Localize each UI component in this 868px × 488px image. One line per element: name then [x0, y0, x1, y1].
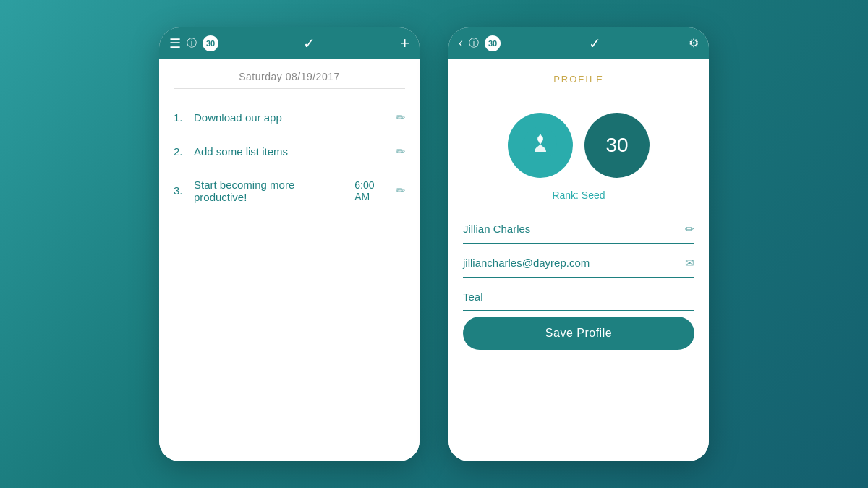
score-circle: 30: [584, 113, 650, 178]
info-icon-right[interactable]: ⓘ: [469, 37, 479, 50]
color-field-row: Teal: [463, 283, 694, 311]
settings-icon[interactable]: ⚙: [689, 36, 699, 50]
task-number-1: 1.: [174, 111, 194, 124]
add-button[interactable]: +: [400, 34, 409, 52]
right-header-left: ‹ ⓘ 30: [459, 35, 501, 51]
task-number-3: 3.: [174, 184, 194, 197]
task-item-3: 3. Start becoming more productive! 6:00 …: [171, 168, 408, 213]
avatar-circle: [508, 113, 573, 178]
header-right-left: +: [400, 34, 409, 53]
badge-left: 30: [203, 35, 218, 51]
edit-icon-3[interactable]: ✏: [396, 184, 405, 197]
email-icon[interactable]: ✉: [685, 257, 694, 270]
email-field-value[interactable]: jilliancharles@dayrep.com: [463, 257, 685, 269]
profile-section: PROFILE 30 Rank:: [448, 59, 709, 201]
score-value: 30: [605, 134, 628, 157]
profile-fields: Jillian Charles ✏ jilliancharles@dayrep.…: [448, 215, 709, 364]
save-profile-button[interactable]: Save Profile: [463, 317, 694, 350]
avatars-row: 30: [463, 113, 694, 178]
left-phone: ☰ ⓘ 30 ✓ + Saturday 08/19/2017 1. Downlo…: [159, 27, 420, 461]
profile-title: PROFILE: [463, 74, 694, 85]
right-header-right: ⚙: [689, 36, 699, 50]
badge-right: 30: [485, 35, 501, 51]
check-icon-right[interactable]: ✓: [589, 35, 601, 52]
list-icon[interactable]: ☰: [169, 35, 181, 51]
task-left-1: 1. Download our app: [174, 111, 396, 124]
email-field-row: jilliancharles@dayrep.com ✉: [463, 249, 694, 278]
profile-gold-line: [463, 98, 694, 98]
name-field-row: Jillian Charles ✏: [463, 215, 694, 244]
header-left-group: ☰ ⓘ 30: [169, 35, 218, 51]
task-left-2: 2. Add some list items: [174, 145, 396, 158]
task-text-1: Download our app: [194, 111, 282, 124]
check-icon[interactable]: ✓: [303, 35, 315, 52]
avatar-icon: [524, 127, 557, 164]
rank-label: Rank: Seed: [463, 189, 694, 201]
edit-icon-1[interactable]: ✏: [396, 111, 405, 124]
date-label: Saturday 08/19/2017: [159, 59, 420, 88]
task-item-2: 2. Add some list items ✏: [171, 134, 408, 168]
right-phone: ‹ ⓘ 30 ✓ ⚙ PROFILE: [448, 27, 709, 461]
name-field-value[interactable]: Jillian Charles: [463, 223, 685, 235]
task-item: 1. Download our app ✏: [171, 100, 408, 134]
left-header: ☰ ⓘ 30 ✓ +: [159, 27, 420, 59]
svg-point-1: [537, 136, 543, 142]
task-left-3: 3. Start becoming more productive! 6:00 …: [174, 179, 396, 203]
task-time-3: 6:00 AM: [354, 179, 391, 202]
color-field-value[interactable]: Teal: [463, 291, 694, 303]
task-text-2: Add some list items: [194, 145, 288, 158]
header-center-left: ✓: [303, 35, 315, 52]
task-text-3: Start becoming more productive!: [194, 179, 349, 203]
task-list: 1. Download our app ✏ 2. Add some list i…: [159, 100, 420, 213]
left-phone-body: Saturday 08/19/2017 1. Download our app …: [159, 59, 420, 461]
edit-icon-2[interactable]: ✏: [396, 145, 405, 158]
name-edit-icon[interactable]: ✏: [685, 223, 694, 236]
info-icon-left[interactable]: ⓘ: [187, 37, 197, 50]
date-divider: [174, 88, 405, 89]
task-number-2: 2.: [174, 145, 194, 158]
right-header: ‹ ⓘ 30 ✓ ⚙: [448, 27, 709, 59]
right-phone-body: PROFILE 30 Rank:: [448, 59, 709, 461]
right-header-center: ✓: [589, 35, 601, 52]
back-icon[interactable]: ‹: [459, 35, 463, 51]
